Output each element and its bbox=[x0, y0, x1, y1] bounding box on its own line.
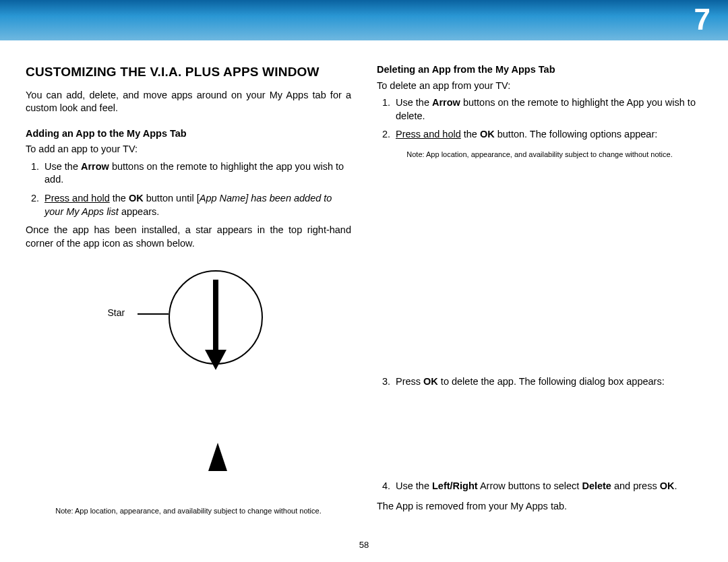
page-number: 58 bbox=[0, 540, 728, 550]
deleting-intro: To delete an app from your TV: bbox=[377, 80, 702, 93]
deleting-step-2: Press and hold the OK button. The follow… bbox=[393, 128, 702, 142]
section-heading: CUSTOMIZING THE V.I.A. PLUS APPS WINDOW bbox=[26, 63, 351, 81]
text: Use the bbox=[44, 161, 81, 172]
arrow-shaft bbox=[213, 280, 218, 352]
ok-bold: OK bbox=[660, 480, 675, 491]
two-column-content: CUSTOMIZING THE V.I.A. PLUS APPS WINDOW … bbox=[0, 40, 728, 517]
text: button. The following options appear: bbox=[495, 129, 658, 139]
deleting-step-1: Use the Arrow buttons on the remote to h… bbox=[393, 96, 702, 123]
text: . bbox=[674, 480, 677, 491]
left-column: CUSTOMIZING THE V.I.A. PLUS APPS WINDOW … bbox=[26, 63, 351, 517]
press-hold-underline: Press and hold bbox=[44, 193, 110, 204]
delete-bold: Delete bbox=[582, 480, 611, 491]
star-label: Star bbox=[108, 307, 125, 319]
text: the bbox=[110, 193, 129, 204]
deleting-steps-list-1: Use the Arrow buttons on the remote to h… bbox=[377, 96, 702, 142]
adding-intro: To add an app to your TV: bbox=[26, 143, 351, 156]
right-note: Note: App location, appearance, and avai… bbox=[377, 150, 702, 160]
text: to delete the app. The following dialog … bbox=[438, 376, 665, 387]
text: Press bbox=[396, 376, 423, 387]
arrow-head bbox=[205, 350, 226, 370]
star-diagram: Star bbox=[67, 263, 310, 493]
leader-line bbox=[138, 313, 169, 315]
text: appears. bbox=[119, 206, 159, 217]
removed-paragraph: The App is removed from your My Apps tab… bbox=[377, 500, 702, 513]
left-right-bold: Left/Right bbox=[432, 480, 478, 491]
text: and press bbox=[611, 480, 660, 491]
text: Arrow buttons to select bbox=[478, 480, 582, 491]
deleting-steps-list-3: Use the Left/Right Arrow buttons to sele… bbox=[377, 480, 702, 493]
left-note: Note: App location, appearance, and avai… bbox=[26, 506, 351, 516]
deleting-steps-list-2: Press OK to delete the app. The followin… bbox=[377, 375, 702, 389]
manual-page: 7 CUSTOMIZING THE V.I.A. PLUS APPS WINDO… bbox=[0, 0, 728, 562]
press-hold-underline: Press and hold bbox=[396, 129, 461, 139]
ok-bold: OK bbox=[480, 129, 495, 139]
adding-steps-list: Use the Arrow buttons on the remote to h… bbox=[26, 160, 351, 218]
deleting-subheading: Deleting an App from the My Apps Tab bbox=[377, 63, 702, 77]
chapter-header-bar: 7 bbox=[0, 0, 728, 40]
text: button until [ bbox=[144, 193, 200, 204]
deleting-step-3: Press OK to delete the app. The followin… bbox=[393, 375, 702, 389]
ok-bold: OK bbox=[423, 376, 438, 387]
text: the bbox=[461, 129, 480, 139]
ok-bold: OK bbox=[129, 193, 144, 204]
adding-subheading: Adding an App to the My Apps Tab bbox=[26, 127, 351, 141]
arrow-up-icon bbox=[208, 443, 227, 471]
intro-paragraph: You can add, delete, and move apps aroun… bbox=[26, 89, 351, 115]
chapter-number: 7 bbox=[694, 3, 710, 36]
installed-paragraph: Once the app has been installed, a star … bbox=[26, 224, 351, 250]
arrow-down-icon bbox=[206, 280, 225, 371]
text: Use the bbox=[396, 480, 432, 491]
arrow-bold: Arrow bbox=[432, 97, 460, 108]
right-column: Deleting an App from the My Apps Tab To … bbox=[377, 63, 702, 517]
adding-step-1: Use the Arrow buttons on the remote to h… bbox=[42, 160, 351, 187]
text: Use the bbox=[396, 97, 432, 108]
deleting-step-4: Use the Left/Right Arrow buttons to sele… bbox=[393, 480, 702, 493]
adding-step-2: Press and hold the OK button until [App … bbox=[42, 192, 351, 218]
arrow-bold: Arrow bbox=[81, 161, 109, 172]
